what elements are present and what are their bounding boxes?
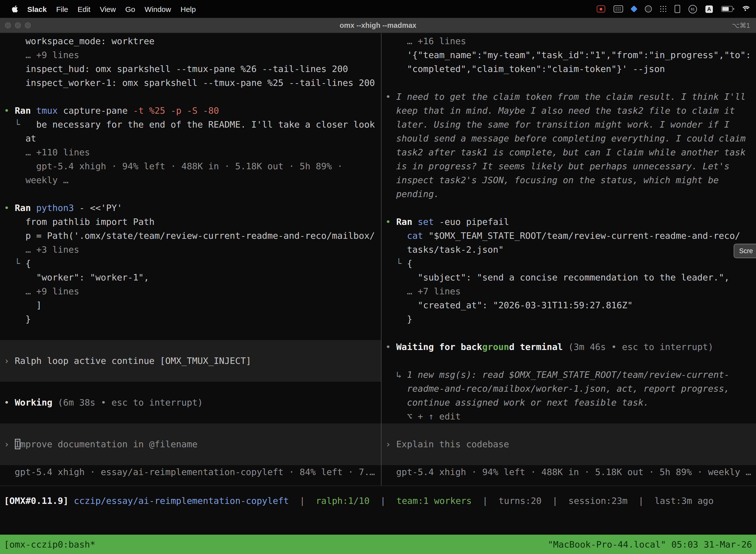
dots-grid-icon[interactable] xyxy=(660,6,666,12)
omx-status-line: [OMX#0.11.9] cczip/essay/ai-reimplementa… xyxy=(0,486,756,516)
text-segment: I xyxy=(15,439,20,449)
minimize-button[interactable] xyxy=(15,22,21,28)
wifi-icon[interactable] xyxy=(741,6,749,12)
text-segment: "$OMX_TEAM_STATE_ROOT/team/review-curren… xyxy=(428,230,740,241)
screen-share-overlay: Scre xyxy=(734,244,756,258)
terminal-line: inspect_hud: omx sparkshell --tmux-pane … xyxy=(0,62,381,76)
terminal-line: } xyxy=(381,312,756,326)
text-segment: p = Path('.omx/state/team/review-current… xyxy=(4,230,375,241)
text-segment: … +9 lines xyxy=(4,286,79,296)
close-button[interactable] xyxy=(5,22,11,28)
text-segment: groun xyxy=(482,341,509,352)
text-segment: gpt-5.4 xhigh · essay/ai-reimplementatio… xyxy=(4,466,375,477)
text-segment: (3m 46s • esc to interrupt) xyxy=(568,341,713,352)
text-segment: Ralph loop active continue [OMX_TMUX_INJ… xyxy=(15,355,251,366)
apple-menu-icon[interactable] xyxy=(12,5,18,13)
text-segment: -t %25 -p -S -80 xyxy=(133,105,219,116)
text-segment: • xyxy=(385,216,396,227)
menu-left: SlackFileEditViewGoWindowHelp xyxy=(0,5,205,13)
terminal-line: keep that in mind. Maybe I also need the… xyxy=(381,104,756,118)
text-segment: "created_at": "2026-03-31T11:59:27.816Z" xyxy=(385,300,633,310)
ralph-loop-status-line: › Ralph loop active continue [OMX_TMUX_I… xyxy=(0,354,381,368)
terminal-line: └ { xyxy=(0,257,381,271)
text-segment: from pathlib import Path xyxy=(4,216,154,227)
text-segment: • xyxy=(4,397,15,407)
edit-hint-line: ⌥ + ↑ edit xyxy=(381,409,756,424)
text-segment: is in progress? It seems likely but perh… xyxy=(385,161,730,171)
text-segment: session:23m xyxy=(568,495,628,506)
terminal-line: pending. xyxy=(381,187,756,201)
left-terminal-pane[interactable]: workspace_mode: worktree … +9 lines insp… xyxy=(0,33,381,486)
terminal-line: inspect task2's JSON, focusing on the st… xyxy=(381,173,756,187)
text-segment: └ xyxy=(4,119,20,129)
text-segment: … +9 lines xyxy=(4,50,79,60)
terminal-line: • Ran set -euo pipefail xyxy=(381,215,756,229)
text-segment: continue assigned work or next feasible … xyxy=(385,397,649,407)
text-segment: … +110 lines xyxy=(4,147,90,157)
terminal-line: … +9 lines xyxy=(0,284,381,298)
text-segment: inspect_worker-1: omx sparkshell --tmux-… xyxy=(4,77,375,88)
terminal-line: • I need to get the claim token from the… xyxy=(381,90,756,104)
terminal-line xyxy=(381,326,756,340)
terminal-line: "worker": "worker-1", xyxy=(0,271,381,284)
window-title-bar[interactable]: omx --xhigh --madmax ⌥⌘1 xyxy=(0,18,756,33)
window-shortcut: ⌥⌘1 xyxy=(732,21,750,29)
menu-bar: SlackFileEditViewGoWindowHelp 61 A xyxy=(0,0,756,18)
text-segment: › xyxy=(4,355,15,366)
device-icon[interactable] xyxy=(675,5,680,13)
menu-item-slack[interactable]: Slack xyxy=(27,5,47,13)
terminal-line: should send a message before completing … xyxy=(381,131,756,146)
terminal-line xyxy=(0,368,381,382)
terminal-line: ↳ 1 new msg(s): read $OMX_TEAM_STATE_ROO… xyxy=(381,368,756,382)
text-segment: | xyxy=(370,495,396,506)
terminal-line: p = Path('.omx/state/team/review-current… xyxy=(0,229,381,243)
circle-app-icon[interactable] xyxy=(645,5,652,12)
prompt-suggestion-line[interactable]: › Explain this codebase xyxy=(381,437,756,451)
menu-item-view[interactable]: View xyxy=(100,5,116,13)
text-segment: gpt-5.4 xhigh · 94% left · 488K in · 5.1… xyxy=(385,466,751,477)
terminal-line xyxy=(381,76,756,90)
text-segment: | xyxy=(289,495,316,506)
terminal-line: weekly … xyxy=(0,173,381,187)
text-segment: python3 xyxy=(36,203,79,213)
text-segment: gpt-5.4 xhigh · 94% left · 488K in · 5.1… xyxy=(4,161,342,171)
recording-indicator-icon[interactable] xyxy=(597,5,605,12)
terminal-line: ] xyxy=(0,298,381,312)
text-segment: weekly … xyxy=(4,175,68,185)
zoom-button[interactable] xyxy=(25,22,31,28)
terminal-line: … +110 lines xyxy=(0,146,381,159)
battery-percentage-icon[interactable]: 61 xyxy=(689,5,697,13)
keyboard-icon[interactable] xyxy=(614,5,623,12)
text-segment: later. Using the same for transition mig… xyxy=(385,119,730,129)
prompt-input-line[interactable]: › Improve documentation in @filename xyxy=(0,437,381,451)
terminal-line: └ { xyxy=(381,257,756,271)
text-segment: readme-and-reco/mailbox/worker-1.json, a… xyxy=(385,383,730,394)
text-segment: set xyxy=(418,216,439,227)
text-segment: tmux xyxy=(36,105,63,116)
text-segment: (6m 38s • esc to interrupt) xyxy=(58,397,203,407)
text-segment: mprove documentation in @filename xyxy=(20,439,197,449)
text-segment: Explain this codebase xyxy=(396,439,509,449)
menu-item-window[interactable]: Window xyxy=(145,5,171,13)
menu-item-file[interactable]: File xyxy=(56,5,68,13)
menu-item-go[interactable]: Go xyxy=(125,5,135,13)
diamond-app-icon[interactable] xyxy=(631,6,636,11)
terminal-line xyxy=(0,409,381,424)
text-segment: I need to get the claim token from the c… xyxy=(396,91,746,102)
text-segment: › xyxy=(385,439,396,449)
battery-icon[interactable] xyxy=(721,6,733,12)
terminal-line: tasks/task-2.json" xyxy=(381,243,756,257)
terminal-line: "subject": "send a concise recommendatio… xyxy=(381,271,756,284)
text-segment: Working xyxy=(15,397,58,407)
terminal-line: • Ran tmux capture-pane -t %25 -p -S -80 xyxy=(0,104,381,118)
text-segment xyxy=(385,230,407,241)
text-segment: ralph:1/10 xyxy=(316,495,370,506)
terminal-line: … +16 lines xyxy=(381,34,756,48)
text-segment: "subject": "send a concise recommendatio… xyxy=(385,272,730,282)
terminal-line xyxy=(0,451,381,465)
menu-item-help[interactable]: Help xyxy=(181,5,196,13)
terminal-line: cat "$OMX_TEAM_STATE_ROOT/team/review-cu… xyxy=(381,229,756,243)
menu-item-edit[interactable]: Edit xyxy=(78,5,90,13)
right-terminal-pane[interactable]: … +16 lines '{"team_name":"my-team","tas… xyxy=(381,33,756,486)
input-source-icon[interactable]: A xyxy=(705,5,713,13)
